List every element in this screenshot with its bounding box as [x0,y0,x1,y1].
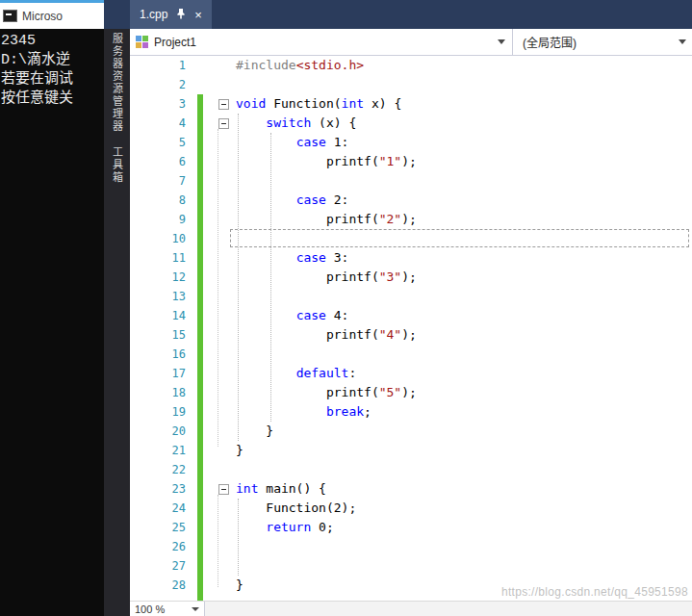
project-dropdown-label: Project1 [154,36,196,49]
project-dropdown[interactable]: Project1 [130,29,513,55]
code-text: void Function(int x) { [236,94,401,114]
close-tab-icon[interactable]: × [194,9,202,21]
console-output-line: 按任意键关 [1,90,103,109]
code-line[interactable]: 7 [130,171,692,191]
code-text: switch (x) { [236,114,356,133]
code-text: printf("3"); [236,268,417,287]
line-number: 26 [130,537,192,556]
code-line[interactable]: 17 default: [130,364,692,383]
line-number: 19 [130,402,192,422]
line-number: 7 [130,171,192,191]
indent-guide [270,133,271,422]
pin-icon[interactable] [176,8,186,22]
line-number: 25 [130,518,192,537]
line-number: 6 [130,152,192,171]
code-line[interactable]: 8 case 2: [130,191,692,210]
tab-strip-corner [104,0,130,29]
code-text: break; [236,402,372,422]
code-line[interactable]: 16 [130,345,692,364]
code-text: int main() { [236,479,326,499]
outline-connector [218,495,218,587]
line-number: 5 [130,133,192,152]
line-number: 11 [130,248,192,268]
zoom-level-label: 100 % [135,603,165,615]
code-line[interactable]: 12 printf("3"); [130,268,692,287]
code-text: default: [236,364,356,383]
code-line[interactable]: 2 [130,75,692,94]
code-text: case 1: [236,133,348,152]
code-line[interactable]: 21} [130,441,692,460]
code-line[interactable]: 23int main() { [130,479,692,499]
code-text: return 0; [236,518,334,537]
code-text: printf("2"); [236,210,417,229]
code-line[interactable]: 15 printf("4"); [130,325,692,345]
line-number: 14 [130,306,192,325]
code-line[interactable]: 24 Function(2); [130,499,692,518]
code-text: case 4: [236,306,348,325]
line-number: 12 [130,268,192,287]
watermark-text: https://blog.csdn.net/qq_45951598 [501,585,688,599]
code-text: } [236,422,273,441]
line-number: 22 [130,460,192,479]
code-line[interactable]: 4 switch (x) { [130,114,692,133]
console-title-bar[interactable]: Microso [0,3,104,29]
screen: Microso 2345 D:\滴水逆 若要在调试 按任意键关 服务器资源管理器… [0,0,692,616]
code-text: } [236,576,243,595]
line-number: 16 [130,345,192,364]
document-tab-1cpp[interactable]: 1.cpp × [130,0,212,29]
console-output-line: 若要在调试 [1,70,103,90]
collapse-toggle-icon[interactable] [218,99,229,110]
line-number: 10 [130,229,192,248]
code-line[interactable]: 1#include<stdio.h> [130,56,692,75]
indent-guide [238,114,239,441]
code-text: printf("1"); [236,152,417,171]
line-number: 23 [130,479,192,499]
sidebar-tab-server-explorer[interactable]: 服务器资源管理器 [110,33,125,133]
line-number: 3 [130,94,192,114]
code-line[interactable]: 20 } [130,422,692,441]
code-text: printf("5"); [236,383,417,402]
code-line[interactable]: 22 [130,460,692,479]
scope-dropdown[interactable]: (全局范围) [513,29,692,55]
line-number: 18 [130,383,192,402]
code-line[interactable]: 11 case 3: [130,248,692,268]
line-number: 1 [130,56,192,75]
code-line[interactable]: 9 printf("2"); [130,210,692,229]
console-window[interactable]: Microso 2345 D:\滴水逆 若要在调试 按任意键关 [0,0,104,616]
code-line[interactable]: 25 return 0; [130,518,692,537]
code-text: } [236,441,243,460]
code-line[interactable]: 13 [130,287,692,306]
collapse-toggle-icon[interactable] [218,484,229,495]
project-icon [136,36,148,48]
navigation-bar: Project1 (全局范围) [130,29,692,56]
code-line[interactable]: 3void Function(int x) { [130,94,692,114]
sidebar-tab-toolbox[interactable]: 工具箱 [110,146,125,184]
scope-dropdown-label: (全局范围) [523,34,577,50]
line-number: 4 [130,114,192,133]
code-line[interactable]: 5 case 1: [130,133,692,152]
chevron-down-icon [498,39,505,44]
line-number: 13 [130,287,192,306]
code-editor[interactable]: 1#include<stdio.h>23void Function(int x)… [130,56,692,601]
line-number: 17 [130,364,192,383]
code-line[interactable]: 14 case 4: [130,306,692,325]
code-line[interactable]: 19 break; [130,402,692,422]
code-text: #include<stdio.h> [236,56,364,75]
code-text: Function(2); [236,499,356,518]
line-number: 24 [130,499,192,518]
document-tab-bar: 1.cpp × [130,0,692,29]
fold-gutter [192,75,236,94]
code-line[interactable]: 26 [130,537,692,556]
line-number: 27 [130,556,192,576]
code-line[interactable]: 18 printf("5"); [130,383,692,402]
collapse-toggle-icon[interactable] [218,118,229,129]
zoom-selector[interactable]: 100 % [130,602,205,616]
chevron-down-icon [679,39,686,44]
change-tracking-margin [197,94,203,601]
console-app-icon [3,10,17,22]
code-line[interactable]: 27 [130,556,692,576]
code-line[interactable]: 6 printf("1"); [130,152,692,171]
chevron-down-icon [192,607,199,611]
indent-guide [238,499,239,576]
console-output-line: D:\滴水逆 [1,51,103,70]
